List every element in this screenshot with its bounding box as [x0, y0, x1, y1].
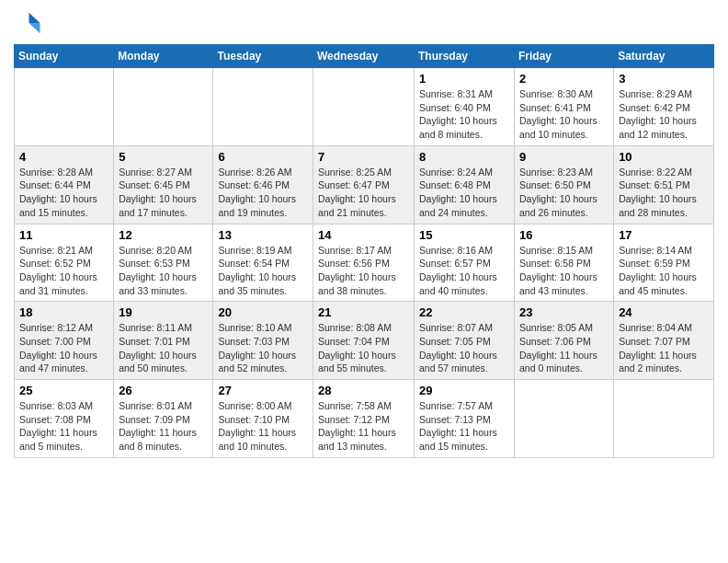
column-header-saturday: Saturday [614, 45, 714, 68]
day-info: Sunrise: 8:05 AM Sunset: 7:06 PM Dayligh… [519, 321, 609, 375]
calendar-cell: 16Sunrise: 8:15 AM Sunset: 6:58 PM Dayli… [515, 224, 614, 302]
day-number: 20 [218, 305, 308, 319]
day-info: Sunrise: 8:30 AM Sunset: 6:41 PM Dayligh… [519, 87, 609, 142]
calendar-cell: 7Sunrise: 8:25 AM Sunset: 6:47 PM Daylig… [313, 145, 415, 224]
day-info: Sunrise: 8:25 AM Sunset: 6:47 PM Dayligh… [318, 166, 409, 220]
day-number: 16 [519, 228, 609, 242]
calendar-cell: 8Sunrise: 8:24 AM Sunset: 6:48 PM Daylig… [415, 145, 515, 224]
calendar-cell: 20Sunrise: 8:10 AM Sunset: 7:03 PM Dayli… [213, 302, 313, 380]
calendar-cell: 21Sunrise: 8:08 AM Sunset: 7:04 PM Dayli… [313, 302, 415, 380]
calendar-cell: 11Sunrise: 8:21 AM Sunset: 6:52 PM Dayli… [15, 224, 114, 302]
day-number: 9 [519, 150, 609, 164]
calendar-cell: 15Sunrise: 8:16 AM Sunset: 6:57 PM Dayli… [415, 224, 515, 302]
svg-marker-1 [29, 23, 40, 33]
calendar-cell [114, 68, 213, 146]
column-header-sunday: Sunday [15, 45, 114, 68]
calendar-cell: 6Sunrise: 8:26 AM Sunset: 6:46 PM Daylig… [213, 145, 313, 224]
calendar-cell: 29Sunrise: 7:57 AM Sunset: 7:13 PM Dayli… [415, 380, 515, 458]
day-number: 23 [519, 305, 609, 319]
week-row-3: 11Sunrise: 8:21 AM Sunset: 6:52 PM Dayli… [15, 224, 714, 302]
day-number: 18 [19, 305, 108, 319]
logo [14, 9, 45, 37]
day-number: 4 [19, 150, 108, 164]
day-info: Sunrise: 8:03 AM Sunset: 7:08 PM Dayligh… [19, 399, 108, 454]
day-info: Sunrise: 8:17 AM Sunset: 6:56 PM Dayligh… [318, 244, 409, 298]
calendar-cell: 1Sunrise: 8:31 AM Sunset: 6:40 PM Daylig… [415, 68, 515, 146]
column-header-monday: Monday [114, 45, 213, 68]
day-info: Sunrise: 8:22 AM Sunset: 6:51 PM Dayligh… [619, 166, 709, 220]
calendar-cell: 24Sunrise: 8:04 AM Sunset: 7:07 PM Dayli… [614, 302, 714, 380]
day-info: Sunrise: 8:20 AM Sunset: 6:53 PM Dayligh… [119, 244, 208, 298]
column-header-thursday: Thursday [415, 45, 515, 68]
day-number: 22 [419, 305, 509, 319]
day-number: 26 [119, 384, 208, 397]
day-info: Sunrise: 7:58 AM Sunset: 7:12 PM Dayligh… [318, 399, 409, 454]
day-info: Sunrise: 8:16 AM Sunset: 6:57 PM Dayligh… [419, 244, 509, 298]
calendar-cell: 25Sunrise: 8:03 AM Sunset: 7:08 PM Dayli… [15, 380, 114, 458]
day-info: Sunrise: 8:10 AM Sunset: 7:03 PM Dayligh… [218, 321, 308, 375]
day-number: 8 [419, 150, 509, 164]
calendar-header-row: SundayMondayTuesdayWednesdayThursdayFrid… [15, 45, 714, 68]
day-info: Sunrise: 8:08 AM Sunset: 7:04 PM Dayligh… [318, 321, 409, 375]
week-row-2: 4Sunrise: 8:28 AM Sunset: 6:44 PM Daylig… [15, 145, 714, 224]
day-info: Sunrise: 8:15 AM Sunset: 6:58 PM Dayligh… [519, 244, 609, 298]
day-info: Sunrise: 8:26 AM Sunset: 6:46 PM Dayligh… [218, 166, 308, 220]
day-number: 6 [218, 150, 308, 164]
day-number: 12 [119, 228, 208, 242]
calendar-cell [213, 68, 313, 146]
calendar-cell: 4Sunrise: 8:28 AM Sunset: 6:44 PM Daylig… [15, 145, 114, 224]
day-number: 3 [619, 72, 709, 86]
day-number: 15 [419, 228, 509, 242]
week-row-4: 18Sunrise: 8:12 AM Sunset: 7:00 PM Dayli… [15, 302, 714, 380]
calendar-cell: 22Sunrise: 8:07 AM Sunset: 7:05 PM Dayli… [415, 302, 515, 380]
day-number: 2 [519, 72, 609, 86]
day-info: Sunrise: 8:14 AM Sunset: 6:59 PM Dayligh… [619, 244, 709, 298]
calendar-cell: 9Sunrise: 8:23 AM Sunset: 6:50 PM Daylig… [515, 145, 614, 224]
day-info: Sunrise: 8:23 AM Sunset: 6:50 PM Dayligh… [519, 166, 609, 220]
calendar-cell [614, 380, 714, 458]
calendar-cell: 5Sunrise: 8:27 AM Sunset: 6:45 PM Daylig… [114, 145, 213, 224]
calendar-cell [313, 68, 415, 146]
day-info: Sunrise: 8:28 AM Sunset: 6:44 PM Dayligh… [19, 166, 108, 220]
calendar-cell: 3Sunrise: 8:29 AM Sunset: 6:42 PM Daylig… [614, 68, 714, 146]
day-info: Sunrise: 8:19 AM Sunset: 6:54 PM Dayligh… [218, 244, 308, 298]
calendar-cell: 2Sunrise: 8:30 AM Sunset: 6:41 PM Daylig… [515, 68, 614, 146]
calendar-cell: 14Sunrise: 8:17 AM Sunset: 6:56 PM Dayli… [313, 224, 415, 302]
day-info: Sunrise: 7:57 AM Sunset: 7:13 PM Dayligh… [419, 399, 509, 454]
calendar-cell: 17Sunrise: 8:14 AM Sunset: 6:59 PM Dayli… [614, 224, 714, 302]
day-info: Sunrise: 8:29 AM Sunset: 6:42 PM Dayligh… [619, 87, 709, 142]
logo-icon [14, 9, 41, 37]
day-number: 10 [619, 150, 709, 164]
column-header-wednesday: Wednesday [313, 45, 415, 68]
day-info: Sunrise: 8:04 AM Sunset: 7:07 PM Dayligh… [619, 321, 709, 375]
calendar-cell: 28Sunrise: 7:58 AM Sunset: 7:12 PM Dayli… [313, 380, 415, 458]
calendar-cell: 12Sunrise: 8:20 AM Sunset: 6:53 PM Dayli… [114, 224, 213, 302]
column-header-friday: Friday [515, 45, 614, 68]
day-number: 14 [318, 228, 409, 242]
day-number: 5 [119, 150, 208, 164]
day-number: 24 [619, 305, 709, 319]
day-info: Sunrise: 8:24 AM Sunset: 6:48 PM Dayligh… [419, 166, 509, 220]
week-row-5: 25Sunrise: 8:03 AM Sunset: 7:08 PM Dayli… [15, 380, 714, 458]
day-number: 29 [419, 384, 509, 397]
day-info: Sunrise: 8:11 AM Sunset: 7:01 PM Dayligh… [119, 321, 208, 375]
day-number: 19 [119, 305, 208, 319]
day-number: 25 [19, 384, 108, 397]
day-number: 1 [419, 72, 509, 86]
day-number: 7 [318, 150, 409, 164]
day-number: 13 [218, 228, 308, 242]
day-info: Sunrise: 8:21 AM Sunset: 6:52 PM Dayligh… [19, 244, 108, 298]
day-info: Sunrise: 8:00 AM Sunset: 7:10 PM Dayligh… [218, 399, 308, 454]
calendar-cell: 10Sunrise: 8:22 AM Sunset: 6:51 PM Dayli… [614, 145, 714, 224]
calendar-cell [515, 380, 614, 458]
day-info: Sunrise: 8:12 AM Sunset: 7:00 PM Dayligh… [19, 321, 108, 375]
svg-marker-0 [29, 13, 40, 23]
calendar-cell: 19Sunrise: 8:11 AM Sunset: 7:01 PM Dayli… [114, 302, 213, 380]
column-header-tuesday: Tuesday [213, 45, 313, 68]
day-number: 21 [318, 305, 409, 319]
day-number: 27 [218, 384, 308, 397]
day-info: Sunrise: 8:27 AM Sunset: 6:45 PM Dayligh… [119, 166, 208, 220]
calendar-cell: 18Sunrise: 8:12 AM Sunset: 7:00 PM Dayli… [15, 302, 114, 380]
day-info: Sunrise: 8:01 AM Sunset: 7:09 PM Dayligh… [119, 399, 208, 454]
calendar-cell: 27Sunrise: 8:00 AM Sunset: 7:10 PM Dayli… [213, 380, 313, 458]
